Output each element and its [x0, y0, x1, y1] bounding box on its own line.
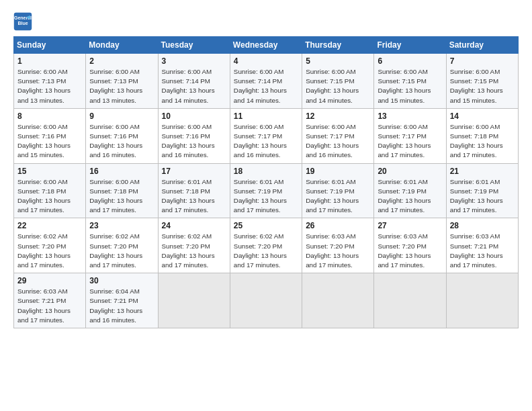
day-number: 21 [450, 167, 515, 176]
day-cell [446, 273, 518, 328]
day-cell: 18 Sunrise: 6:01 AMSunset: 7:19 PMDaylig… [230, 163, 302, 218]
day-info: Sunrise: 6:00 AMSunset: 7:16 PMDaylight:… [162, 122, 226, 161]
day-cell [158, 273, 230, 328]
day-number: 13 [378, 111, 442, 121]
day-info: Sunrise: 6:00 AMSunset: 7:17 PMDaylight:… [306, 122, 370, 161]
weekday-header-saturday: Saturday [446, 37, 518, 54]
day-number: 3 [162, 56, 226, 66]
day-number: 10 [162, 111, 226, 121]
day-number: 20 [378, 167, 442, 176]
day-info: Sunrise: 6:02 AMSunset: 7:20 PMDaylight:… [89, 232, 154, 270]
day-number: 8 [17, 111, 82, 121]
day-cell: 23 Sunrise: 6:02 AMSunset: 7:20 PMDaylig… [86, 218, 158, 273]
day-cell: 9 Sunrise: 6:00 AMSunset: 7:16 PMDayligh… [86, 108, 158, 163]
day-info: Sunrise: 6:00 AMSunset: 7:16 PMDaylight:… [17, 122, 82, 161]
day-number: 18 [234, 167, 298, 176]
day-number: 15 [17, 167, 82, 176]
day-info: Sunrise: 6:02 AMSunset: 7:20 PMDaylight:… [162, 232, 226, 270]
weekday-header-row: SundayMondayTuesdayWednesdayThursdayFrid… [14, 37, 519, 54]
day-cell: 28 Sunrise: 6:03 AMSunset: 7:21 PMDaylig… [446, 218, 518, 273]
day-cell: 30 Sunrise: 6:04 AMSunset: 7:21 PMDaylig… [86, 273, 158, 328]
day-info: Sunrise: 6:00 AMSunset: 7:15 PMDaylight:… [306, 67, 370, 105]
day-info: Sunrise: 6:00 AMSunset: 7:14 PMDaylight:… [234, 67, 298, 105]
weekday-header-thursday: Thursday [302, 37, 374, 54]
weekday-header-tuesday: Tuesday [158, 37, 230, 54]
day-cell: 26 Sunrise: 6:03 AMSunset: 7:20 PMDaylig… [302, 218, 374, 273]
day-info: Sunrise: 6:01 AMSunset: 7:19 PMDaylight:… [450, 177, 515, 216]
day-info: Sunrise: 6:00 AMSunset: 7:18 PMDaylight:… [17, 177, 82, 216]
day-info: Sunrise: 6:04 AMSunset: 7:21 PMDaylight:… [89, 287, 154, 325]
day-info: Sunrise: 6:01 AMSunset: 7:19 PMDaylight:… [378, 177, 442, 216]
day-info: Sunrise: 6:00 AMSunset: 7:18 PMDaylight:… [450, 122, 515, 161]
logo-icon: General Blue [13, 12, 32, 31]
day-cell: 8 Sunrise: 6:00 AMSunset: 7:16 PMDayligh… [14, 108, 86, 163]
day-cell [302, 273, 374, 328]
day-info: Sunrise: 6:00 AMSunset: 7:18 PMDaylight:… [89, 177, 154, 216]
day-info: Sunrise: 6:01 AMSunset: 7:18 PMDaylight:… [162, 177, 226, 216]
calendar-table: SundayMondayTuesdayWednesdayThursdayFrid… [13, 36, 519, 328]
day-cell: 12 Sunrise: 6:00 AMSunset: 7:17 PMDaylig… [302, 108, 374, 163]
day-cell: 17 Sunrise: 6:01 AMSunset: 7:18 PMDaylig… [158, 163, 230, 218]
day-cell: 3 Sunrise: 6:00 AMSunset: 7:14 PMDayligh… [158, 54, 230, 109]
day-info: Sunrise: 6:03 AMSunset: 7:21 PMDaylight:… [17, 287, 82, 325]
day-cell: 13 Sunrise: 6:00 AMSunset: 7:17 PMDaylig… [374, 108, 446, 163]
day-cell: 1 Sunrise: 6:00 AMSunset: 7:13 PMDayligh… [14, 54, 86, 109]
day-number: 5 [306, 56, 370, 66]
day-number: 16 [89, 167, 154, 176]
day-info: Sunrise: 6:03 AMSunset: 7:21 PMDaylight:… [450, 232, 515, 270]
day-number: 22 [17, 221, 82, 230]
day-cell: 29 Sunrise: 6:03 AMSunset: 7:21 PMDaylig… [14, 273, 86, 328]
day-info: Sunrise: 6:00 AMSunset: 7:15 PMDaylight:… [378, 67, 442, 105]
day-cell: 24 Sunrise: 6:02 AMSunset: 7:20 PMDaylig… [158, 218, 230, 273]
day-cell: 15 Sunrise: 6:00 AMSunset: 7:18 PMDaylig… [14, 163, 86, 218]
day-cell: 11 Sunrise: 6:00 AMSunset: 7:17 PMDaylig… [230, 108, 302, 163]
logo: General Blue [13, 12, 35, 31]
day-info: Sunrise: 6:00 AMSunset: 7:14 PMDaylight:… [162, 67, 226, 105]
day-number: 9 [89, 111, 154, 121]
header: General Blue [13, 12, 519, 31]
day-info: Sunrise: 6:03 AMSunset: 7:20 PMDaylight:… [378, 232, 442, 270]
day-number: 19 [306, 167, 370, 176]
page: General Blue SundayMondayTuesdayWednesda… [0, 0, 532, 336]
week-row-2: 8 Sunrise: 6:00 AMSunset: 7:16 PMDayligh… [14, 108, 519, 163]
day-cell: 5 Sunrise: 6:00 AMSunset: 7:15 PMDayligh… [302, 54, 374, 109]
week-row-3: 15 Sunrise: 6:00 AMSunset: 7:18 PMDaylig… [14, 163, 519, 218]
day-cell: 25 Sunrise: 6:02 AMSunset: 7:20 PMDaylig… [230, 218, 302, 273]
day-cell [230, 273, 302, 328]
weekday-header-monday: Monday [86, 37, 158, 54]
day-cell: 2 Sunrise: 6:00 AMSunset: 7:13 PMDayligh… [86, 54, 158, 109]
day-info: Sunrise: 6:00 AMSunset: 7:13 PMDaylight:… [17, 67, 82, 105]
day-info: Sunrise: 6:01 AMSunset: 7:19 PMDaylight:… [306, 177, 370, 216]
svg-text:Blue: Blue [17, 21, 28, 26]
day-number: 23 [89, 221, 154, 230]
day-number: 28 [450, 221, 515, 230]
day-info: Sunrise: 6:00 AMSunset: 7:15 PMDaylight:… [450, 67, 515, 105]
day-number: 26 [306, 221, 370, 230]
day-info: Sunrise: 6:00 AMSunset: 7:16 PMDaylight:… [89, 122, 154, 161]
day-number: 14 [450, 111, 515, 121]
day-cell: 4 Sunrise: 6:00 AMSunset: 7:14 PMDayligh… [230, 54, 302, 109]
day-cell: 19 Sunrise: 6:01 AMSunset: 7:19 PMDaylig… [302, 163, 374, 218]
week-row-5: 29 Sunrise: 6:03 AMSunset: 7:21 PMDaylig… [14, 273, 519, 328]
day-cell [374, 273, 446, 328]
day-info: Sunrise: 6:00 AMSunset: 7:17 PMDaylight:… [234, 122, 298, 161]
day-info: Sunrise: 6:00 AMSunset: 7:17 PMDaylight:… [378, 122, 442, 161]
day-cell: 6 Sunrise: 6:00 AMSunset: 7:15 PMDayligh… [374, 54, 446, 109]
day-number: 17 [162, 167, 226, 176]
weekday-header-friday: Friday [374, 37, 446, 54]
day-number: 1 [17, 56, 82, 66]
week-row-1: 1 Sunrise: 6:00 AMSunset: 7:13 PMDayligh… [14, 54, 519, 109]
day-info: Sunrise: 6:02 AMSunset: 7:20 PMDaylight:… [17, 232, 82, 270]
week-row-4: 22 Sunrise: 6:02 AMSunset: 7:20 PMDaylig… [14, 218, 519, 273]
weekday-header-wednesday: Wednesday [230, 37, 302, 54]
weekday-header-sunday: Sunday [14, 37, 86, 54]
day-cell: 20 Sunrise: 6:01 AMSunset: 7:19 PMDaylig… [374, 163, 446, 218]
day-cell: 14 Sunrise: 6:00 AMSunset: 7:18 PMDaylig… [446, 108, 518, 163]
day-number: 29 [17, 276, 82, 285]
day-number: 6 [378, 56, 442, 66]
day-cell: 10 Sunrise: 6:00 AMSunset: 7:16 PMDaylig… [158, 108, 230, 163]
day-info: Sunrise: 6:01 AMSunset: 7:19 PMDaylight:… [234, 177, 298, 216]
day-cell: 16 Sunrise: 6:00 AMSunset: 7:18 PMDaylig… [86, 163, 158, 218]
day-number: 11 [234, 111, 298, 121]
day-cell: 7 Sunrise: 6:00 AMSunset: 7:15 PMDayligh… [446, 54, 518, 109]
